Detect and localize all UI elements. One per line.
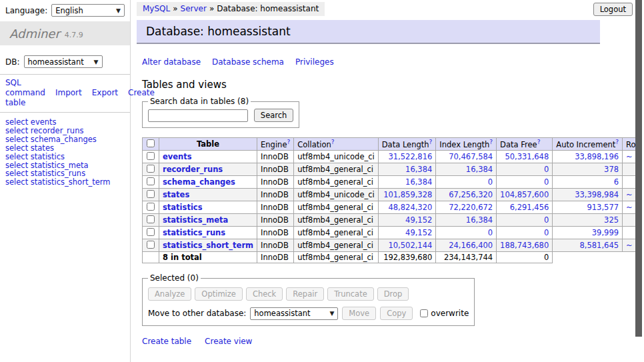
index-length-link[interactable]: 16,384 [466, 165, 493, 174]
data-length-link[interactable]: 16,384 [405, 165, 432, 174]
row-checkbox[interactable] [147, 190, 155, 198]
data-length-link[interactable]: 48,824,320 [388, 203, 432, 212]
sql-command-link[interactable]: SQL command [5, 78, 45, 97]
sidebar-item-select-schema-changes[interactable]: select schema_changes [5, 135, 125, 144]
scrollbar-track[interactable] [635, 0, 644, 362]
engine-cell: InnoDB [257, 239, 294, 252]
scrollbar-thumb[interactable] [635, 0, 642, 337]
selected-fieldset: Selected (0) Analyze Optimize Check Repa… [142, 273, 475, 326]
index-length-link[interactable]: 67,256,320 [449, 190, 493, 199]
help-icon[interactable]: ? [489, 139, 493, 145]
search-input[interactable] [148, 109, 248, 122]
select-all-checkbox[interactable] [147, 139, 155, 147]
db-select[interactable]: homeassistant ▼ [24, 55, 103, 68]
privileges-link[interactable]: Privileges [295, 57, 334, 67]
drop-button[interactable]: Drop [377, 287, 409, 301]
index-length-link[interactable]: 0 [488, 177, 493, 187]
data-length-link[interactable]: 49,152 [405, 215, 432, 225]
auto-increment-link[interactable]: 378 [604, 165, 619, 174]
index-length-link[interactable]: 72,220,672 [449, 203, 493, 212]
data-free-link[interactable]: 0 [544, 228, 549, 237]
table-link[interactable]: statistics_meta [163, 215, 228, 225]
data-length-link[interactable]: 16,384 [405, 177, 432, 187]
analyze-button[interactable]: Analyze [148, 287, 191, 301]
create-view-link[interactable]: Create view [205, 337, 252, 346]
page-title: Database: homeassistant [137, 20, 600, 44]
auto-increment-link[interactable]: 6 [614, 177, 619, 187]
search-button[interactable]: Search [254, 109, 294, 122]
data-length-link[interactable]: 31,522,816 [388, 152, 432, 161]
check-button[interactable]: Check [246, 287, 283, 301]
data-length-link[interactable]: 101,859,328 [383, 190, 432, 199]
col-header-table: Table [159, 138, 257, 151]
row-checkbox[interactable] [147, 241, 155, 249]
auto-increment-link[interactable]: 39,999 [592, 228, 619, 237]
data-free-link[interactable]: 188,743,680 [500, 241, 549, 250]
help-icon[interactable]: ? [331, 139, 335, 145]
breadcrumb: MySQL»Server»Database: homeassistant [137, 2, 325, 16]
export-link[interactable]: Export [92, 88, 118, 97]
row-checkbox[interactable] [147, 165, 155, 173]
row-checkbox[interactable] [147, 177, 155, 185]
language-row: Language: English ▼ [0, 0, 130, 17]
data-length-link[interactable]: 10,502,144 [388, 241, 432, 250]
auto-increment-link[interactable]: 913,577 [587, 203, 619, 212]
table-link[interactable]: events [163, 152, 192, 161]
search-fieldset: Search data in tables (8) Search [142, 97, 299, 128]
table-link[interactable]: statistics [163, 203, 203, 212]
help-icon[interactable]: ? [287, 139, 290, 145]
truncate-button[interactable]: Truncate [327, 287, 374, 301]
col-header-auto-increment: Auto Increment? [553, 138, 623, 151]
help-icon[interactable]: ? [615, 139, 619, 145]
auto-increment-link[interactable]: 33,898,196 [575, 152, 619, 161]
copy-button[interactable]: Copy [380, 307, 413, 320]
row-checkbox[interactable] [147, 215, 155, 223]
overwrite-checkbox[interactable] [420, 309, 428, 317]
alter-database-link[interactable]: Alter database [142, 57, 201, 67]
help-icon[interactable]: ? [537, 139, 541, 145]
table-link[interactable]: recorder_runs [163, 165, 223, 174]
index-length-link[interactable]: 16,384 [466, 215, 493, 225]
index-length-link[interactable]: 0 [488, 228, 493, 237]
selected-legend: Selected (0) [148, 273, 201, 283]
table-link[interactable]: statistics_short_term [163, 241, 253, 250]
logout-button[interactable]: Logout [593, 3, 633, 16]
help-icon[interactable]: ? [429, 139, 433, 145]
sidebar-item-select-events[interactable]: select events [5, 118, 125, 127]
index-length-link[interactable]: 24,166,400 [449, 241, 493, 250]
auto-increment-link[interactable]: 325 [604, 215, 619, 225]
move-button[interactable]: Move [342, 307, 376, 320]
optimize-button[interactable]: Optimize [195, 287, 243, 301]
collation-cell: utf8mb4_general_ci [294, 239, 379, 252]
breadcrumb-server-link[interactable]: Server [181, 4, 207, 13]
row-checkbox[interactable] [147, 228, 155, 236]
language-select[interactable]: English ▼ [51, 4, 125, 17]
chevron-down-icon: ▼ [329, 310, 334, 317]
data-free-link[interactable]: 0 [544, 165, 549, 174]
row-checkbox[interactable] [147, 152, 155, 160]
sidebar-item-select-statistics[interactable]: select statistics [5, 153, 125, 161]
auto-increment-link[interactable]: 33,398,984 [575, 190, 619, 199]
breadcrumb-mysql-link[interactable]: MySQL [143, 4, 170, 13]
data-free-link[interactable]: 50,331,648 [505, 152, 549, 161]
repair-button[interactable]: Repair [286, 287, 324, 301]
table-link[interactable]: states [163, 190, 189, 199]
create-table-link-main[interactable]: Create table [142, 337, 191, 346]
database-schema-link[interactable]: Database schema [212, 57, 284, 67]
table-link[interactable]: statistics_runs [163, 228, 225, 237]
table-link[interactable]: schema_changes [163, 177, 235, 187]
data-free-link[interactable]: 0 [544, 215, 549, 225]
data-free-link[interactable]: 6,291,456 [510, 203, 549, 212]
row-checkbox[interactable] [147, 203, 155, 211]
sidebar-item-select-recorder-runs[interactable]: select recorder_runs [5, 127, 125, 135]
table-header-row: Table Engine? Collation? Data Length? In… [143, 138, 644, 151]
sidebar-item-select-states[interactable]: select states [5, 144, 125, 153]
index-length-link[interactable]: 70,467,584 [449, 152, 493, 161]
auto-increment-link[interactable]: 8,581,645 [580, 241, 619, 250]
data-free-link[interactable]: 104,857,600 [500, 190, 549, 199]
data-length-link[interactable]: 49,152 [405, 228, 432, 237]
sidebar-item-select-statistics-short-term[interactable]: select statistics_short_term [5, 178, 125, 187]
import-link[interactable]: Import [55, 88, 82, 97]
move-database-select[interactable]: homeassistant ▼ [250, 307, 338, 320]
data-free-link[interactable]: 0 [544, 177, 549, 187]
